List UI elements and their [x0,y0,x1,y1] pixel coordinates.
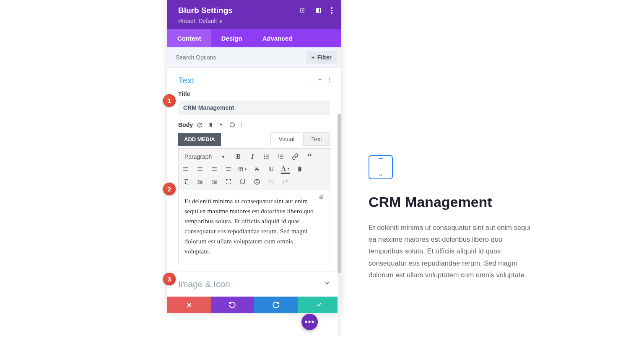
scrollbar-thumb[interactable] [338,114,341,273]
body-label: Body [178,121,193,128]
add-media-button[interactable]: ADD MEDIA [178,133,221,146]
fullscreen-icon[interactable] [224,177,233,186]
svg-point-16 [264,155,265,156]
cancel-button[interactable] [167,297,211,313]
svg-rect-28 [183,167,188,168]
align-left-icon[interactable] [181,165,190,174]
mobile-icon[interactable] [208,122,213,128]
section-image-icon-title: Image & Icon [178,279,230,289]
svg-point-6 [331,12,332,14]
preview-tablet-icon [369,155,393,179]
svg-rect-23 [280,155,283,155]
table-icon[interactable]: ▼ [238,165,247,174]
title-input[interactable] [178,101,330,115]
tab-content[interactable]: Content [167,29,211,47]
svg-point-13 [241,122,242,123]
paste-icon[interactable] [295,165,304,174]
reset-icon[interactable] [229,122,235,128]
svg-point-20 [264,158,265,159]
tab-design[interactable]: Design [211,29,252,47]
clearformat-icon[interactable]: T× [181,177,190,186]
svg-rect-39 [226,170,231,170]
filter-button[interactable]: + Filter [306,51,337,64]
svg-rect-37 [226,167,231,168]
undo-button[interactable] [211,297,254,313]
text-tab[interactable]: Text [303,132,330,146]
visual-tab[interactable]: Visual [270,132,302,146]
svg-rect-17 [266,155,269,155]
strikethrough-icon[interactable]: S [252,165,262,174]
emoji-icon[interactable] [252,177,262,186]
svg-rect-21 [266,158,269,158]
svg-rect-32 [199,169,202,169]
bold-icon[interactable]: B [234,152,243,161]
svg-rect-43 [299,167,301,172]
outdent-icon[interactable] [195,177,205,186]
svg-rect-27 [280,158,283,158]
svg-rect-35 [214,169,217,169]
number-list-icon[interactable]: 123 [276,152,286,161]
snap-icon[interactable] [315,7,322,14]
save-button[interactable] [298,297,341,313]
svg-rect-46 [200,181,203,181]
underline-icon[interactable]: U [267,165,276,174]
tab-advanced[interactable]: Advanced [252,29,303,47]
section-image-icon[interactable]: Image & Icon [167,271,341,297]
preview-body: Et deleniti minima ut consequatur sint a… [369,222,532,280]
svg-point-5 [331,10,332,11]
expand-section-icon[interactable] [324,280,330,288]
redo-icon-tb[interactable] [281,177,290,186]
svg-rect-48 [200,182,203,183]
expand-icon[interactable] [299,7,306,14]
hover-icon[interactable] [219,122,223,128]
preset-selector[interactable]: Preset: Default ▼ [178,18,332,24]
align-right-icon[interactable] [210,165,219,174]
kebab-icon[interactable] [331,7,332,14]
svg-rect-3 [319,8,321,13]
help-icon[interactable] [197,122,203,128]
editor-body[interactable]: Et deleniti minima ut consequatur sint a… [178,190,330,264]
search-bar: + Filter [167,47,341,68]
svg-rect-34 [212,167,217,168]
svg-rect-30 [183,170,188,170]
italic-icon[interactable]: I [248,152,257,161]
svg-point-59 [322,195,322,196]
body-kebab-icon[interactable] [241,122,242,128]
bullet-list-icon[interactable] [262,152,271,161]
svg-rect-51 [214,181,217,181]
settings-modal: Blurb Settings Preset: Default ▼ Content… [167,0,341,313]
svg-rect-2 [316,8,318,13]
marker-1: 1 [163,94,176,107]
redo-button[interactable] [254,297,298,313]
align-justify-icon[interactable] [224,165,233,174]
modal-tabs: Content Design Advanced [167,29,341,47]
svg-point-8 [329,79,330,80]
indent-icon[interactable] [210,177,219,186]
modal-header: Blurb Settings Preset: Default ▼ [167,0,341,29]
align-center-icon[interactable] [195,165,205,174]
format-select[interactable]: Paragraph ▼ [181,152,229,161]
link-icon[interactable] [291,152,300,161]
svg-point-57 [257,181,258,181]
section-text-header[interactable]: Text [167,68,341,90]
svg-rect-49 [197,183,203,184]
undo-icon[interactable] [267,177,276,186]
body-field-group: Body ADD MEDIA Visual Text [167,121,341,271]
specialchar-icon[interactable]: Ω [238,177,247,186]
fab-button[interactable]: ••• [301,314,318,330]
search-input[interactable] [171,51,306,64]
svg-point-4 [331,7,332,9]
textcolor-icon[interactable]: A▼ [281,165,290,174]
section-kebab-icon[interactable] [329,77,330,84]
quote-icon[interactable]: “ [305,152,314,161]
section-text-title: Text [178,75,195,85]
editor-settings-icon[interactable] [318,194,325,202]
preview-title: CRM Management [369,194,532,210]
editor-content[interactable]: Et deleniti minima ut consequatur sint a… [184,196,324,256]
collapse-icon[interactable] [317,77,323,84]
svg-rect-12 [210,123,212,127]
editor-toolbar: Paragraph ▼ B I 123 “ ▼ S [178,148,330,190]
svg-rect-44 [299,167,301,168]
svg-point-61 [320,197,321,198]
svg-point-18 [264,156,265,158]
